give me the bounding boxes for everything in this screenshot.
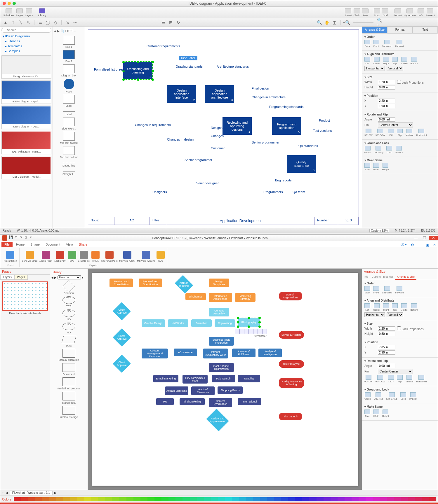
- toolbar-grid[interactable]: Grid: [382, 8, 388, 17]
- flow-node[interactable]: Kick-off meeting: [175, 275, 193, 294]
- cmd-height[interactable]: Height: [382, 163, 389, 171]
- ribbon-ms-visio-vdx-[interactable]: MS Visio (VDX): [119, 251, 135, 262]
- subtab-info[interactable]: Info: [362, 274, 370, 280]
- color-swatch[interactable]: [373, 497, 380, 501]
- subtab-arrange[interactable]: Arrange & Size: [395, 274, 417, 280]
- align-icon[interactable]: ☰: [160, 20, 166, 25]
- template-thumb[interactable]: IDEF0 diagram - Maint...: [1, 131, 51, 154]
- cmd--ccw[interactable]: 90° CCW: [376, 129, 385, 136]
- zoom-slider[interactable]: [353, 22, 373, 23]
- win-rest-icon[interactable]: ▣: [424, 243, 431, 247]
- text-icon[interactable]: T: [10, 20, 16, 25]
- fill-icon[interactable]: ▭: [37, 20, 43, 25]
- color-swatch[interactable]: [98, 497, 105, 501]
- color-swatch[interactable]: [112, 497, 119, 501]
- color-swatch[interactable]: [422, 497, 429, 501]
- smart-icon[interactable]: ⤳: [72, 20, 78, 25]
- tab-share[interactable]: Share: [76, 242, 90, 247]
- cmd-back[interactable]: Back: [364, 286, 370, 294]
- cmd-forward[interactable]: Forward: [395, 286, 404, 294]
- ribbon-html[interactable]: HTML: [91, 251, 100, 262]
- hand-icon[interactable]: ✋: [324, 20, 330, 25]
- win-close-icon[interactable]: ✕: [431, 243, 438, 247]
- tab-next-icon[interactable]: ▶: [54, 491, 57, 494]
- color-swatch[interactable]: [260, 497, 267, 501]
- line-icon[interactable]: ╲: [18, 20, 24, 25]
- flow-node[interactable]: Copywriting: [215, 319, 235, 327]
- lock-prop-checkbox[interactable]: [397, 326, 401, 330]
- flow-node[interactable]: Review and Approvement: [206, 409, 229, 431]
- lib-shape[interactable]: Data: [51, 336, 86, 347]
- color-swatch[interactable]: [211, 497, 218, 501]
- maximize-button[interactable]: ☐: [420, 236, 429, 240]
- lib-shape[interactable]: NONO: [51, 309, 86, 321]
- width-input[interactable]: [378, 80, 395, 84]
- cmd-bottom[interactable]: Bottom: [411, 57, 418, 65]
- flow-node[interactable]: Proposal and Specification: [139, 279, 162, 287]
- cmd-vertical[interactable]: Vertical: [406, 129, 413, 136]
- toolbar-smart[interactable]: Smart: [345, 8, 352, 17]
- zoom-icon[interactable]: [13, 2, 16, 5]
- tab-prev-icon[interactable]: ◀: [6, 491, 8, 494]
- color-swatch[interactable]: [14, 497, 21, 501]
- cmd-top[interactable]: Top: [392, 57, 398, 65]
- cmd-flip[interactable]: Flip: [397, 375, 403, 383]
- template-thumb[interactable]: IDEF0 diagram - Dete...: [1, 106, 51, 129]
- color-swatch[interactable]: [387, 497, 394, 501]
- color-swatch[interactable]: [401, 497, 408, 501]
- cmd-right[interactable]: Right: [383, 303, 389, 311]
- cmd-group[interactable]: Group: [364, 392, 371, 400]
- idef-box-5[interactable]: Programming application5: [272, 117, 301, 135]
- lib-shape[interactable]: Stored data: [51, 392, 86, 404]
- color-swatch[interactable]: [147, 497, 154, 501]
- tab-view[interactable]: View: [63, 242, 76, 247]
- toolbar-snap[interactable]: Snap: [374, 8, 380, 17]
- flow-node[interactable]: E-mail Marketing: [153, 375, 178, 382]
- mini-toolbar[interactable]: [235, 329, 267, 334]
- cmd-size[interactable]: Size: [364, 163, 370, 171]
- cmd-right[interactable]: Right: [383, 57, 389, 65]
- shape-item[interactable]: Label: [54, 111, 84, 116]
- stroke-icon[interactable]: ◯: [45, 20, 51, 25]
- angle-input[interactable]: [378, 117, 395, 122]
- flow-node[interactable]: Viral Marketing: [180, 398, 205, 405]
- lock-prop-checkbox[interactable]: [397, 80, 401, 84]
- zoom-level[interactable]: Custom 92%: [369, 229, 389, 232]
- distribute-icon[interactable]: ⊞: [168, 20, 174, 25]
- cmd--cw[interactable]: 90° CW: [364, 375, 373, 383]
- zoom-out-icon[interactable]: 🔍: [317, 20, 322, 25]
- flow-node[interactable]: Animation: [191, 319, 212, 327]
- cmd-forward[interactable]: Forward: [395, 40, 404, 48]
- tab-document[interactable]: Document: [43, 242, 63, 247]
- flow-node[interactable]: Art Works: [168, 319, 188, 327]
- template-thumb[interactable]: Design elements - ID...: [1, 55, 51, 79]
- zoom-plus-icon[interactable]: 🔍+: [377, 20, 383, 25]
- toolbar-hypernote[interactable]: Hypernote: [404, 8, 416, 17]
- shape-item[interactable]: Label: [54, 95, 84, 107]
- cmd-width[interactable]: Width: [373, 410, 379, 417]
- lib-shape[interactable]: Decision: [51, 282, 86, 295]
- tab-format[interactable]: Format: [387, 27, 412, 34]
- close-icon[interactable]: [3, 2, 6, 5]
- color-swatch[interactable]: [42, 497, 49, 501]
- y-input[interactable]: [378, 104, 395, 108]
- color-swatch[interactable]: [345, 497, 352, 501]
- ribbon-eps[interactable]: EPS: [68, 251, 76, 262]
- color-swatch[interactable]: [154, 497, 161, 501]
- color-swatch[interactable]: [394, 497, 401, 501]
- rotate-icon[interactable]: ↻: [175, 20, 181, 25]
- color-swatch[interactable]: [359, 497, 366, 501]
- tree-item[interactable]: ▸ Templates: [1, 44, 51, 49]
- template-thumb[interactable]: IDEF0 diagram - Appli...: [1, 80, 51, 104]
- color-swatch[interactable]: [56, 497, 63, 501]
- color-swatch[interactable]: [380, 497, 387, 501]
- pin-select[interactable]: Center-Center: [378, 369, 413, 374]
- color-swatch[interactable]: [239, 497, 246, 501]
- pages-tab[interactable]: Pages: [14, 275, 28, 280]
- dist-v-select[interactable]: Vertical: [387, 66, 403, 71]
- flow-node[interactable]: Content Management/ Database: [142, 349, 168, 358]
- pointer-icon[interactable]: ▲: [3, 20, 8, 25]
- flow-node[interactable]: Business Tools Integration: [209, 337, 234, 346]
- flow-node[interactable]: Content Syndication: [209, 398, 232, 407]
- lib-shape[interactable]: Internal storage: [51, 406, 86, 419]
